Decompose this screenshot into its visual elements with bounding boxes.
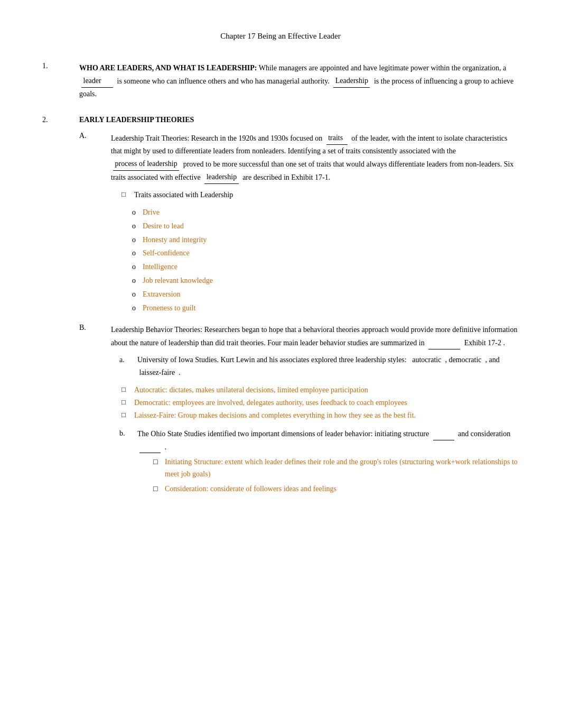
bullet-char-laissez: □ <box>121 410 134 421</box>
trait-extra: o Extraversion <box>132 288 519 301</box>
trait-knowledge: o Job relevant knowledge <box>132 274 519 287</box>
subsection-a: A. Leadership Trait Theories: Research i… <box>79 132 519 316</box>
deep-bullets: □ Initiating Structure: extent which lea… <box>153 456 519 495</box>
deep-bullet-char-2: □ <box>153 483 165 495</box>
subsection-b: B. Leadership Behavior Theories: Researc… <box>79 324 519 503</box>
sub-bullet-o-5: o <box>132 261 143 273</box>
section-number-2: 2. <box>42 116 79 511</box>
nested-a: a. University of Iowa Studies. Kurt Lewi… <box>111 354 519 379</box>
deep-bullet-char-1: □ <box>153 456 165 468</box>
section-number-1: 1. <box>42 62 79 100</box>
sub-bullet-o-1: o <box>132 206 143 219</box>
subsection-b-content: Leadership Behavior Theories: Researcher… <box>111 324 519 503</box>
title-text: Chapter 17 Being an Effective Leader <box>220 32 341 40</box>
section-2: 2. EARLY LEADERSHIP THEORIES A. Leadersh… <box>42 116 519 511</box>
subsection-a-letter: A. <box>79 132 111 316</box>
trait-drive-text: Drive <box>143 206 160 219</box>
laissez-text: Laissez-Faire: Group makes decisions and… <box>134 410 416 421</box>
section-2-heading: EARLY LEADERSHIP THEORIES <box>79 116 519 124</box>
trait-desire-text: Desire to lead <box>143 220 184 233</box>
nested-b: b. The Ohio State Studies identified two… <box>111 427 519 499</box>
trait-intel: o Intelligence <box>132 261 519 273</box>
initiating-text: Initiating Structure: extent which leade… <box>165 456 519 480</box>
trait-honesty-text: Honesty and integrity <box>143 234 207 246</box>
sub-bullet-o-2: o <box>132 220 143 233</box>
trait-knowledge-text: Job relevant knowledge <box>143 274 213 287</box>
subsection-a-intro: Leadership Trait Theories: Research in t… <box>111 134 324 142</box>
sub-bullet-o-7: o <box>132 288 143 301</box>
traits-bullet-item: □ Traits associated with Leadership <box>121 189 519 201</box>
trait-desire: o Desire to lead <box>132 220 519 233</box>
style-bullets: □ Autocratic: dictates, makes unilateral… <box>121 384 519 422</box>
traits-sub-list: o Drive o Desire to lead o Honesty and i… <box>132 206 519 314</box>
nested-a-letter: a. <box>111 354 137 379</box>
blank-leadership: Leadership <box>333 75 370 88</box>
democratic-text: Democratic: employees are involved, dele… <box>134 397 407 409</box>
bullet-char-auto: □ <box>121 384 134 395</box>
trait-honesty: o Honesty and integrity <box>132 234 519 246</box>
subsection-a-ref1: Exhibit 17-1. <box>291 173 330 181</box>
section-2-content: EARLY LEADERSHIP THEORIES A. Leadership … <box>79 116 519 511</box>
blank-consider <box>139 440 161 454</box>
trait-prone-text: Proneness to guilt <box>143 302 195 315</box>
section-1-body-text: While managers are appointed and have le… <box>259 64 507 72</box>
trait-intel-text: Intelligence <box>143 261 177 273</box>
sub-bullet-o-6: o <box>132 274 143 287</box>
section-1-mid1: is someone who can influence others and … <box>117 77 332 85</box>
section-1-content: WHO ARE LEADERS, AND WHAT IS LEADERSHIP:… <box>79 62 519 100</box>
trait-selfconf: o Self-confidence <box>132 247 519 260</box>
blank-initstruct <box>433 427 454 440</box>
trait-prone: o Proneness to guilt <box>132 302 519 315</box>
sub-bullet-o-4: o <box>132 247 143 260</box>
deep-consideration: □ Consideration: considerate of follower… <box>153 483 519 495</box>
bullet-char: □ <box>121 189 134 200</box>
subsection-a-content: Leadership Trait Theories: Research in t… <box>111 132 519 316</box>
style-laissez: □ Laissez-Faire: Group makes decisions a… <box>121 410 519 421</box>
page: Chapter 17 Being an Effective Leader 1. … <box>0 0 561 728</box>
trait-drive: o Drive <box>132 206 519 219</box>
sub-bullet-o-3: o <box>132 234 143 246</box>
page-title: Chapter 17 Being an Effective Leader <box>42 32 519 41</box>
section-1-heading: WHO ARE LEADERS, AND WHAT IS LEADERSHIP: <box>79 64 257 72</box>
subsection-a-mid3: are described in <box>242 173 291 181</box>
section-1: 1. WHO ARE LEADERS, AND WHAT IS LEADERSH… <box>42 62 519 100</box>
consideration-text: Consideration: considerate of followers … <box>165 483 336 495</box>
trait-extra-text: Extraversion <box>143 288 181 301</box>
blank-process: process of leadership <box>113 158 179 171</box>
blank-leader: leader <box>81 75 113 88</box>
deep-initiating: □ Initiating Structure: extent which lea… <box>153 456 519 480</box>
blank-exhibit2 <box>428 336 460 349</box>
subsection-b-ref: Exhibit 17-2 . <box>464 339 505 347</box>
nested-b-letter: b. <box>111 427 137 499</box>
trait-selfconf-text: Self-confidence <box>143 247 190 260</box>
traits-bullet-label: Traits associated with Leadership <box>134 189 233 201</box>
sub-bullet-o-8: o <box>132 302 143 315</box>
subsection-b-letter: B. <box>79 324 111 503</box>
blank-leadership2: leadership <box>204 171 239 184</box>
nested-a-content: University of Iowa Studies. Kurt Lewin a… <box>137 354 519 379</box>
bullet-char-demo: □ <box>121 397 134 408</box>
style-autocratic: □ Autocratic: dictates, makes unilateral… <box>121 384 519 396</box>
autocratic-text: Autocratic: dictates, makes unilateral d… <box>134 384 368 396</box>
blank-traits: traits <box>326 132 348 145</box>
nested-b-content: The Ohio State Studies identified two im… <box>137 427 519 499</box>
style-democratic: □ Democratic: employees are involved, de… <box>121 397 519 409</box>
traits-bullet-list: □ Traits associated with Leadership <box>121 189 519 201</box>
